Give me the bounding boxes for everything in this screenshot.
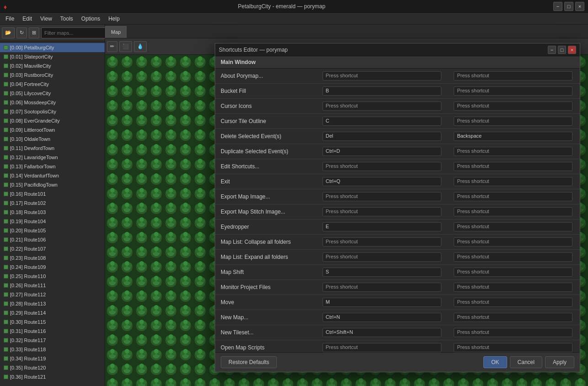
shortcut-key1-cell[interactable]: Del (317, 129, 449, 144)
map-list-item[interactable]: [0.02] MauvilleCity (0, 61, 105, 70)
open-project-button[interactable]: 📂 (2, 27, 15, 38)
shortcut-key2-input[interactable]: Backspace (454, 132, 572, 141)
map-list-item[interactable]: [0.24] Route109 (0, 263, 105, 272)
shortcut-key2-cell[interactable]: Press shortcut (448, 159, 580, 174)
map-list-item[interactable]: [0.11] DewfordTown (0, 144, 105, 153)
shortcut-key2-input[interactable]: Press shortcut (454, 252, 572, 262)
shortcut-key2-input[interactable]: Press shortcut (454, 328, 572, 337)
restore-defaults-button[interactable]: Restore Defaults (221, 356, 277, 368)
pencil-tool[interactable]: ✏ (107, 41, 117, 52)
shortcut-key1-cell[interactable]: C (317, 114, 449, 129)
shortcut-key2-cell[interactable]: Press shortcut (448, 69, 580, 84)
menu-tools[interactable]: Tools (57, 15, 77, 23)
map-list-item[interactable]: [0.25] Route110 (0, 272, 105, 281)
map-list-item[interactable]: [0.15] PacifidlogTown (0, 180, 105, 189)
shortcut-key1-input[interactable]: Press shortcut (323, 102, 441, 111)
shortcut-key1-cell[interactable]: S (317, 265, 449, 280)
map-list-item[interactable]: [0.05] LilycoveCity (0, 89, 105, 98)
minimize-button[interactable]: − (553, 2, 562, 11)
menu-file[interactable]: File (2, 15, 18, 23)
shortcut-key2-input[interactable]: Press shortcut (454, 102, 572, 111)
cancel-button[interactable]: Cancel (510, 356, 542, 368)
shortcut-key2-cell[interactable]: Press shortcut (448, 340, 580, 353)
map-list-item[interactable]: [0.23] Route108 (0, 253, 105, 263)
shortcut-key2-cell[interactable]: Press shortcut (448, 189, 580, 204)
map-list-item[interactable]: [0.06] MossdeepCity (0, 98, 105, 107)
menu-help[interactable]: Help (105, 15, 123, 23)
shortcuts-table-container[interactable]: About Porymap...Press shortcutPress shor… (215, 69, 580, 352)
shortcut-key2-cell[interactable]: Press shortcut (448, 204, 580, 220)
map-list-item[interactable]: [0.14] VerdanturfTown (0, 171, 105, 180)
shortcut-key2-cell[interactable]: Press shortcut (448, 250, 580, 265)
shortcut-key1-input[interactable]: Press shortcut (323, 252, 441, 262)
apply-button[interactable]: Apply (545, 356, 574, 368)
shortcut-key1-input[interactable]: Ctrl+Q (323, 177, 441, 186)
shortcut-key1-cell[interactable]: Ctrl+Q (317, 174, 449, 189)
dialog-minimize-button[interactable]: − (548, 46, 556, 54)
shortcut-key2-cell[interactable]: Backspace (448, 129, 580, 144)
map-list-item[interactable]: [0.21] Route106 (0, 235, 105, 244)
shortcut-key1-cell[interactable]: Ctrl+N (317, 310, 449, 325)
shortcut-key1-cell[interactable]: M (317, 295, 449, 310)
shortcut-key1-input[interactable]: C (323, 117, 441, 126)
map-list-item[interactable]: [0.19] Route104 (0, 217, 105, 226)
shortcut-key2-cell[interactable]: Press shortcut (448, 310, 580, 325)
shortcut-key1-cell[interactable]: Ctrl+D (317, 144, 449, 159)
map-list-item[interactable]: [0.03] RustboroCity (0, 70, 105, 80)
map-list-item[interactable]: [0.33] Route118 (0, 345, 105, 354)
shortcut-key1-input[interactable]: Press shortcut (323, 343, 441, 352)
map-list-item[interactable]: [0.20] Route105 (0, 226, 105, 235)
shortcut-key2-input[interactable]: Press shortcut (454, 147, 572, 156)
map-list-item[interactable]: [0.04] FortreeCity (0, 80, 105, 89)
reload-button[interactable]: ↻ (16, 27, 27, 38)
map-list-item[interactable]: [0.27] Route112 (0, 290, 105, 299)
shortcut-key1-cell[interactable]: Press shortcut (317, 280, 449, 295)
dialog-restore-button[interactable]: □ (558, 46, 566, 54)
ok-button[interactable]: OK (483, 356, 507, 368)
shortcut-key1-input[interactable]: Ctrl+Shift+N (323, 328, 441, 337)
map-list-item[interactable]: [0.09] LittlerootTown (0, 125, 105, 134)
shortcut-key1-input[interactable]: E (323, 222, 441, 231)
shortcut-key1-cell[interactable]: Press shortcut (317, 340, 449, 353)
shortcut-key2-cell[interactable]: Press shortcut (448, 325, 580, 340)
shortcut-key1-input[interactable]: M (323, 298, 441, 307)
shortcut-key1-input[interactable]: Del (323, 132, 441, 141)
map-list-item[interactable]: [0.00] PetalburgCity (0, 43, 105, 52)
map-list-item[interactable]: [0.34] Route119 (0, 354, 105, 363)
shortcut-key1-cell[interactable]: Press shortcut (317, 204, 449, 220)
fill-tool[interactable]: ⬛ (119, 41, 132, 52)
shortcut-key2-input[interactable]: Press shortcut (454, 343, 572, 352)
shortcut-key1-input[interactable]: Press shortcut (323, 162, 441, 171)
shortcut-key2-cell[interactable]: Press shortcut (448, 220, 580, 235)
map-tab[interactable]: Map (105, 26, 127, 38)
map-list-item[interactable]: [0.18] Route103 (0, 208, 105, 217)
map-list-item[interactable]: [0.17] Route102 (0, 198, 105, 208)
map-list-item[interactable]: [0.22] Route107 (0, 244, 105, 253)
shortcut-key2-input[interactable]: Press shortcut (454, 268, 572, 277)
filter-maps-input[interactable] (41, 27, 111, 38)
shortcut-key2-input[interactable]: Press shortcut (454, 313, 572, 322)
shortcut-key2-input[interactable]: Press shortcut (454, 117, 572, 126)
menu-view[interactable]: View (37, 15, 56, 23)
map-list-item[interactable]: [0.31] Route116 (0, 327, 105, 336)
map-list-item[interactable]: [0.29] Route114 (0, 308, 105, 317)
map-list-item[interactable]: [0.10] OldaleTown (0, 134, 105, 144)
shortcut-key2-input[interactable]: Press shortcut (454, 71, 572, 80)
shortcut-key1-input[interactable]: Press shortcut (323, 283, 441, 292)
shortcut-key2-cell[interactable]: Press shortcut (448, 99, 580, 114)
shortcut-key1-input[interactable]: Press shortcut (323, 207, 441, 216)
map-list-item[interactable]: [0.30] Route115 (0, 317, 105, 327)
shortcut-key2-cell[interactable]: Press shortcut (448, 295, 580, 310)
map-list-item[interactable]: [0.35] Route120 (0, 363, 105, 372)
shortcut-key2-cell[interactable]: Press shortcut (448, 114, 580, 129)
shortcut-key1-cell[interactable]: B (317, 84, 449, 99)
map-list-item[interactable]: [0.32] Route117 (0, 336, 105, 345)
shortcut-key2-input[interactable]: Press shortcut (454, 86, 572, 96)
shortcut-key1-input[interactable]: S (323, 268, 441, 277)
map-list-item[interactable]: [0.16] Route101 (0, 189, 105, 198)
shortcut-key1-input[interactable]: Press shortcut (323, 192, 441, 201)
shortcut-key2-cell[interactable]: Press shortcut (448, 280, 580, 295)
shortcut-key2-cell[interactable]: Press shortcut (448, 265, 580, 280)
map-list-item[interactable]: [0.13] FallarborTown (0, 162, 105, 171)
shortcut-key1-input[interactable]: Ctrl+N (323, 313, 441, 322)
